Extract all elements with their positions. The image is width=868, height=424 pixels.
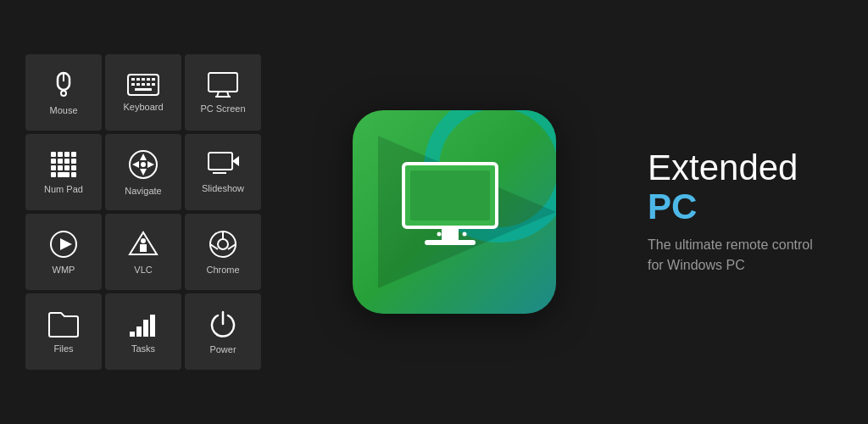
- svg-rect-30: [71, 165, 76, 170]
- num-pad-label: Num Pad: [44, 184, 83, 194]
- svg-rect-32: [58, 172, 70, 177]
- tasks-label: Tasks: [131, 343, 155, 354]
- svg-marker-38: [147, 161, 154, 168]
- wmp-label: WMP: [53, 265, 75, 275]
- svg-rect-9: [131, 83, 135, 86]
- svg-rect-19: [51, 152, 56, 157]
- svg-rect-6: [142, 78, 145, 81]
- monitor-graphic: [395, 159, 514, 265]
- svg-point-49: [218, 239, 228, 249]
- svg-rect-27: [51, 165, 56, 170]
- grid-item-vlc[interactable]: VLC: [105, 214, 181, 290]
- svg-rect-13: [152, 83, 155, 86]
- navigate-label: Navigate: [125, 186, 161, 196]
- svg-point-65: [454, 232, 459, 237]
- pc-screen-icon: [207, 71, 239, 98]
- svg-point-64: [446, 232, 450, 237]
- svg-rect-54: [136, 326, 142, 337]
- chrome-icon: [208, 229, 238, 259]
- navigate-icon: [127, 148, 159, 181]
- svg-rect-28: [58, 165, 63, 170]
- num-pad-icon: [49, 150, 78, 179]
- grid-item-files[interactable]: Files: [25, 293, 102, 370]
- svg-marker-37: [132, 161, 139, 168]
- svg-point-39: [141, 162, 146, 167]
- svg-rect-22: [71, 152, 76, 157]
- grid-item-tasks[interactable]: Tasks: [105, 293, 181, 370]
- app-title-part1: Extended: [648, 148, 798, 187]
- svg-point-47: [141, 238, 146, 243]
- vlc-label: VLC: [134, 265, 152, 275]
- svg-rect-7: [147, 78, 150, 81]
- power-label: Power: [209, 344, 236, 354]
- svg-marker-41: [232, 156, 239, 166]
- app-icon: [353, 110, 556, 314]
- app-description: Extended PC The ultimate remote control …: [631, 131, 868, 293]
- app-title: Extended PC: [648, 148, 834, 226]
- app-title-part2: PC: [648, 187, 697, 226]
- svg-marker-35: [140, 153, 147, 160]
- svg-point-63: [437, 232, 442, 237]
- svg-marker-44: [60, 238, 72, 250]
- svg-rect-60: [410, 170, 490, 220]
- svg-rect-55: [143, 320, 148, 337]
- svg-rect-29: [64, 165, 70, 170]
- slideshow-icon: [207, 151, 239, 178]
- svg-rect-33: [71, 172, 76, 177]
- grid-item-navigate[interactable]: Navigate: [105, 134, 181, 210]
- svg-rect-23: [51, 159, 56, 164]
- grid-item-mouse[interactable]: Mouse: [25, 54, 102, 131]
- grid-item-chrome[interactable]: Chrome: [185, 214, 261, 290]
- keyboard-icon: [126, 73, 160, 97]
- app-logo-area: [278, 93, 631, 331]
- svg-rect-26: [71, 159, 76, 164]
- svg-rect-46: [140, 244, 147, 252]
- subtitle-line1: The ultimate remote control: [648, 237, 813, 252]
- grid-item-keyboard[interactable]: Keyboard: [105, 54, 181, 131]
- svg-rect-11: [142, 83, 145, 86]
- chrome-label: Chrome: [206, 265, 239, 275]
- svg-rect-14: [135, 88, 152, 91]
- svg-rect-24: [58, 159, 63, 164]
- svg-rect-40: [209, 153, 232, 170]
- svg-rect-5: [136, 78, 140, 81]
- svg-point-2: [61, 91, 66, 96]
- svg-rect-56: [150, 315, 155, 337]
- svg-rect-62: [425, 240, 476, 245]
- grid-item-power[interactable]: Power: [185, 293, 261, 370]
- svg-rect-10: [136, 83, 140, 86]
- svg-rect-21: [64, 152, 70, 157]
- mouse-label: Mouse: [49, 105, 77, 115]
- vlc-icon: [128, 229, 159, 259]
- mouse-icon: [48, 70, 79, 100]
- files-label: Files: [53, 343, 73, 354]
- svg-rect-12: [147, 83, 150, 86]
- svg-rect-4: [131, 78, 135, 81]
- svg-rect-8: [152, 78, 155, 81]
- svg-marker-36: [140, 169, 147, 176]
- grid-item-num-pad[interactable]: Num Pad: [25, 134, 102, 210]
- feature-grid: Mouse Keyboard: [0, 29, 278, 395]
- wmp-icon: [48, 229, 79, 259]
- grid-item-slideshow[interactable]: Slideshow: [185, 134, 261, 210]
- subtitle-line2: for Windows PC: [648, 258, 745, 272]
- svg-rect-15: [209, 73, 237, 92]
- slideshow-label: Slideshow: [202, 183, 244, 193]
- grid-item-wmp[interactable]: WMP: [25, 214, 102, 290]
- svg-rect-53: [130, 332, 135, 337]
- power-icon: [208, 309, 238, 339]
- app-subtitle: The ultimate remote control for Windows …: [648, 235, 834, 276]
- tasks-icon: [128, 310, 159, 338]
- files-icon: [47, 310, 80, 338]
- pc-screen-label: PC Screen: [200, 103, 245, 114]
- svg-rect-31: [51, 172, 56, 177]
- svg-rect-20: [58, 152, 63, 157]
- svg-rect-25: [64, 159, 70, 164]
- svg-point-66: [463, 232, 467, 237]
- grid-item-pc-screen[interactable]: PC Screen: [185, 54, 261, 131]
- keyboard-label: Keyboard: [123, 102, 163, 112]
